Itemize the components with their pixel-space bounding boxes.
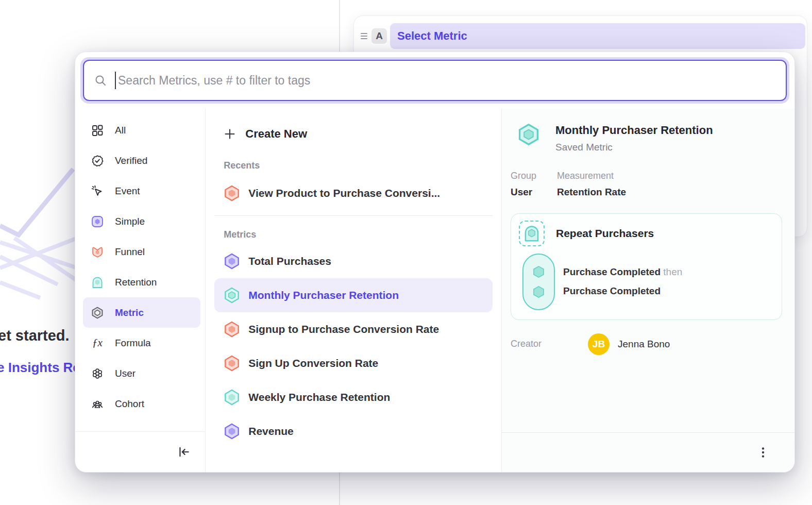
sidebar-item-formula[interactable]: ƒx Formula [91, 328, 200, 358]
sidebar-item-label: Verified [115, 155, 147, 166]
list-divider [214, 215, 493, 216]
retention-arch-icon [523, 225, 540, 242]
metric-picker-modal: All Verified [75, 52, 795, 473]
sidebar-item-label: Funnel [115, 246, 145, 258]
metric-hexagon-teal-icon [224, 389, 240, 406]
sidebar-item-label: Simple [115, 216, 145, 227]
simple-metric-icon [91, 215, 104, 228]
sidebar-item-cohort[interactable]: Cohort [91, 389, 200, 419]
plus-icon [224, 128, 236, 140]
metric-list-panel: Create New Recents View Product to Purch… [206, 109, 501, 472]
sidebar-item-label: Cohort [115, 398, 144, 410]
drag-handle-icon[interactable] [358, 33, 369, 39]
sidebar-item-label: User [115, 368, 136, 379]
sidebar-item-funnel[interactable]: Funnel [91, 237, 200, 267]
detail-title: Monthly Purchaser Retention [555, 123, 713, 138]
metric-hexagon-coral-icon [224, 321, 240, 338]
series-a-badge[interactable]: A [371, 28, 387, 44]
sidebar-item-label: Formula [115, 338, 151, 349]
background-chart-illustration [0, 165, 77, 309]
sidebar-item-retention[interactable]: Retention [91, 267, 200, 297]
recent-item-label: View Product to Purchase Conversi... [248, 187, 440, 199]
metric-hexagon-icon [91, 307, 104, 319]
creator-name: Jenna Bono [618, 339, 670, 350]
sidebar-item-simple[interactable]: Simple [91, 206, 200, 237]
measurement-value: Retention Rate [557, 187, 626, 198]
metric-item-label: Sign Up Conversion Rate [248, 357, 378, 369]
recent-item[interactable]: View Product to Purchase Conversi... [224, 177, 493, 209]
background-get-started-text: et started. [0, 327, 70, 344]
step-hexagon-icon [532, 265, 546, 279]
retention-icon [91, 276, 104, 289]
metric-hexagon-purple-icon [224, 253, 240, 270]
creator-row: Creator JB Jenna Bono [511, 333, 782, 355]
more-options-icon[interactable] [756, 446, 770, 459]
sidebar-item-label: Metric [115, 307, 144, 318]
detail-header: Monthly Purchaser Retention Saved Metric [511, 123, 782, 153]
search-box[interactable] [83, 60, 787, 101]
retention-definition-icon [519, 221, 545, 246]
metric-item-label: Weekly Purchase Retention [248, 391, 390, 403]
sidebar-item-label: All [115, 125, 126, 136]
step-hexagon-icon [532, 285, 546, 299]
sidebar-item-verified[interactable]: Verified [91, 145, 200, 176]
metrics-section-title: Metrics [224, 229, 493, 240]
detail-info-row: Group User Measurement Retention Rate [511, 171, 782, 198]
metric-item-label: Monthly Purchaser Retention [248, 289, 399, 301]
definition-step-1: Purchase Completed [563, 266, 661, 277]
metric-hexagon-teal-icon [224, 287, 240, 304]
metric-item-monthly-purchaser-retention[interactable]: Monthly Purchaser Retention [214, 278, 493, 312]
funnel-icon [91, 246, 104, 258]
screen: et started. e Insights Re A Select Metri… [0, 0, 812, 505]
user-cluster-icon [91, 367, 104, 380]
measurement-label: Measurement [557, 171, 626, 181]
metric-item-label: Signup to Purchase Conversion Rate [248, 323, 439, 335]
cursor-click-icon [91, 185, 104, 197]
metric-detail-panel: Monthly Purchaser Retention Saved Metric… [501, 109, 794, 472]
search-focus-ring [80, 57, 789, 104]
text-caret [115, 72, 116, 89]
cohort-icon [91, 398, 104, 410]
metric-item-label: Revenue [248, 425, 294, 437]
create-new-button[interactable]: Create New [224, 121, 493, 147]
metric-item-signup-to-purchase-conversion-rate[interactable]: Signup to Purchase Conversion Rate [224, 312, 493, 346]
metric-definition-card: Repeat Purchasers [511, 213, 782, 320]
metric-item-revenue[interactable]: Revenue [224, 414, 493, 448]
select-metric-label: Select Metric [397, 29, 467, 43]
formula-icon: ƒx [91, 336, 104, 349]
metric-hexagon-purple-icon [224, 423, 240, 440]
retention-steps-capsule [522, 254, 555, 310]
detail-footer [502, 432, 794, 472]
group-label: Group [511, 171, 557, 181]
search-icon [94, 74, 107, 87]
creator-avatar: JB [588, 333, 610, 355]
verified-badge-icon [91, 155, 104, 167]
filter-sidebar: All Verified [75, 109, 206, 472]
sidebar-footer [75, 431, 205, 472]
select-metric-row: A Select Metric [358, 23, 805, 49]
definition-name: Repeat Purchasers [556, 227, 654, 240]
create-new-label: Create New [245, 127, 307, 141]
sidebar-item-label: Retention [115, 277, 157, 288]
metric-item-sign-up-conversion-rate[interactable]: Sign Up Conversion Rate [224, 346, 493, 380]
metric-hexagon-teal-icon [517, 123, 540, 146]
sidebar-item-metric[interactable]: Metric [83, 297, 200, 328]
recents-section-title: Recents [224, 160, 493, 171]
definition-step-2: Purchase Completed [563, 285, 661, 296]
group-value: User [511, 187, 557, 198]
sidebar-item-all[interactable]: All [91, 115, 200, 145]
collapse-sidebar-icon[interactable] [177, 445, 191, 459]
sidebar-item-event[interactable]: Event [91, 176, 200, 206]
metric-item-label: Total Purchases [248, 255, 331, 267]
grid-icon [91, 124, 104, 137]
background-insights-link[interactable]: e Insights Re [0, 360, 80, 376]
select-metric-button[interactable]: Select Metric [390, 23, 805, 49]
creator-label: Creator [511, 339, 588, 349]
definition-then: then [663, 266, 682, 277]
metric-hexagon-coral-icon [224, 355, 240, 372]
sidebar-item-user[interactable]: User [91, 358, 200, 389]
search-input[interactable] [118, 74, 775, 88]
metric-hexagon-coral-icon [224, 185, 240, 201]
metric-item-weekly-purchase-retention[interactable]: Weekly Purchase Retention [224, 380, 493, 414]
metric-item-total-purchases[interactable]: Total Purchases [224, 244, 493, 278]
